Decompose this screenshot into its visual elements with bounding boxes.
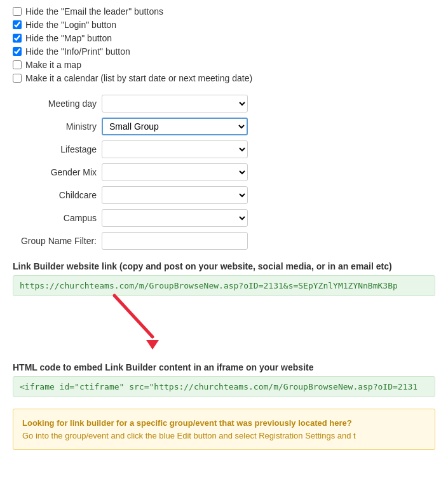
meeting-day-label: Meeting day [13,99,102,109]
hide-login-checkbox[interactable] [13,20,22,29]
hide-info-label: Hide the "Info/Print" button [25,46,130,57]
link-builder-section: Link Builder website link (copy and post… [13,261,435,296]
hide-login-label: Hide the "Login" button [25,20,116,30]
hide-info-checkbox[interactable] [13,47,22,56]
hide-email-label: Hide the "Email the leader" buttons [25,6,163,17]
form-row-meeting-day: Meeting day Sunday Monday Tuesday Wednes… [13,95,435,112]
checkbox-row-hide-map: Hide the "Map" button [13,33,435,43]
checkbox-row-hide-info: Hide the "Info/Print" button [13,46,435,57]
ministry-select[interactable]: Small Group -- Select -- [102,118,248,135]
page-container: Hide the "Email the leader" buttons Hide… [0,0,448,463]
campus-label: Campus [13,213,102,223]
form-section: Meeting day Sunday Monday Tuesday Wednes… [13,95,435,250]
checkbox-row-hide-email: Hide the "Email the leader" buttons [13,6,435,17]
make-map-checkbox[interactable] [13,60,22,69]
form-row-childcare: Childcare [13,186,435,204]
make-calendar-label: Make it a calendar (list by start date o… [25,73,252,83]
childcare-select[interactable] [102,186,248,204]
meeting-day-select[interactable]: Sunday Monday Tuesday Wednesday Thursday… [102,95,248,112]
gender-mix-select[interactable] [102,163,248,181]
svg-marker-1 [146,340,159,350]
warning-text: Looking for link builder for a specific … [22,417,426,442]
lifestage-label: Lifestage [13,144,102,154]
ministry-label: Ministry [13,121,102,132]
link-builder-title: Link Builder website link (copy and post… [13,261,435,271]
warning-line2: Go into the group/event and click the bl… [22,431,356,440]
group-name-filter-label: Group Name Filter: [13,236,102,246]
group-name-filter-input[interactable] [102,232,248,250]
html-section-title: HTML code to embed Link Builder content … [13,362,435,372]
form-row-lifestage: Lifestage [13,140,435,158]
make-map-label: Make it a map [25,60,81,70]
form-row-gender-mix: Gender Mix [13,163,435,181]
childcare-label: Childcare [13,190,102,200]
form-row-group-name-filter: Group Name Filter: [13,232,435,250]
campus-select[interactable] [102,209,248,227]
hide-map-checkbox[interactable] [13,34,22,43]
lifestage-select[interactable] [102,140,248,158]
arrow-container [13,305,435,362]
form-row-ministry: Ministry Small Group -- Select -- [13,118,435,135]
hide-map-label: Hide the "Map" button [25,33,112,43]
hide-email-checkbox[interactable] [13,7,22,16]
warning-box: Looking for link builder for a specific … [13,409,435,450]
checkbox-section: Hide the "Email the leader" buttons Hide… [13,6,435,83]
html-section: HTML code to embed Link Builder content … [13,362,435,397]
svg-line-0 [114,296,153,337]
checkbox-row-make-calendar: Make it a calendar (list by start date o… [13,73,435,83]
checkbox-row-hide-login: Hide the "Login" button [13,20,435,30]
gender-mix-label: Gender Mix [13,167,102,177]
checkbox-row-make-map: Make it a map [13,60,435,70]
html-code-box[interactable]: <iframe id="ctiframe" src="https://churc… [13,376,435,397]
warning-line1: Looking for link builder for a specific … [22,418,352,428]
link-box[interactable]: https://churchteams.com/m/GroupBrowseNew… [13,275,435,296]
make-calendar-checkbox[interactable] [13,74,22,83]
form-row-campus: Campus [13,209,435,227]
